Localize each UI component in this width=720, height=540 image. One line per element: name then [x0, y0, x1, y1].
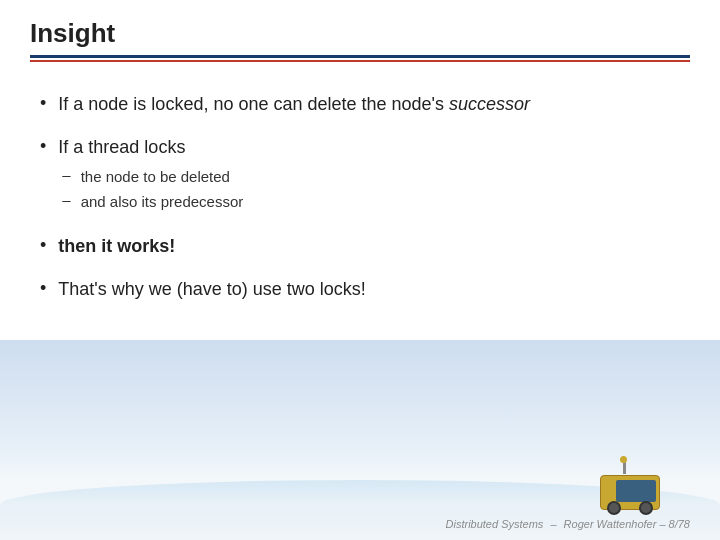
bullet-item-3: • then it works! [40, 234, 680, 259]
sub-bullet-dash-1: – [62, 166, 70, 183]
bullet-dot-2: • [40, 136, 46, 157]
slide-title: Insight [30, 18, 690, 49]
bullet-dot-3: • [40, 235, 46, 256]
slide: Insight • If a node is locked, no one ca… [0, 0, 720, 540]
bullet-item-2: • If a thread locks – the node to be del… [40, 135, 680, 216]
header-line-thick [30, 55, 690, 58]
robot-antenna-ball [620, 456, 627, 463]
slide-footer: Distributed Systems – Roger Wattenhofer … [446, 518, 690, 530]
footer-author: Roger Wattenhofer [564, 518, 657, 530]
sub-bullet-text-1: the node to be deleted [81, 166, 230, 187]
robot-wheel-right [639, 501, 653, 515]
bullet-item-1: • If a node is locked, no one can delete… [40, 92, 680, 117]
sub-bullets: – the node to be deleted – and also its … [62, 166, 243, 212]
bullet-text-2: If a thread locks [58, 137, 185, 157]
sub-bullet-item-1: – the node to be deleted [62, 166, 243, 187]
header-line-thin [30, 60, 690, 62]
robot-body [600, 475, 660, 510]
bullet-text-1: If a node is locked, no one can delete t… [58, 92, 530, 117]
bullet-text-2-container: If a thread locks – the node to be delet… [58, 135, 243, 216]
robot-screen [616, 480, 656, 502]
footer-page: – 8/78 [659, 518, 690, 530]
robot-image [595, 460, 665, 510]
sub-bullet-text-2: and also its predecessor [81, 191, 244, 212]
bullet-text-4: That's why we (have to) use two locks! [58, 277, 366, 302]
italic-successor: successor [449, 94, 530, 114]
bullet-dot-4: • [40, 278, 46, 299]
footer-label: Distributed Systems [446, 518, 544, 530]
sub-bullet-item-2: – and also its predecessor [62, 191, 243, 212]
bullet-item-4: • That's why we (have to) use two locks! [40, 277, 680, 302]
slide-content: • If a node is locked, no one can delete… [0, 68, 720, 303]
footer-sep1: – [550, 518, 556, 530]
bullet-text-3: then it works! [58, 234, 175, 259]
robot-wheel-left [607, 501, 621, 515]
slide-header: Insight [0, 0, 720, 68]
sub-bullet-dash-2: – [62, 191, 70, 208]
background-image [0, 340, 720, 540]
bullet-dot-1: • [40, 93, 46, 114]
